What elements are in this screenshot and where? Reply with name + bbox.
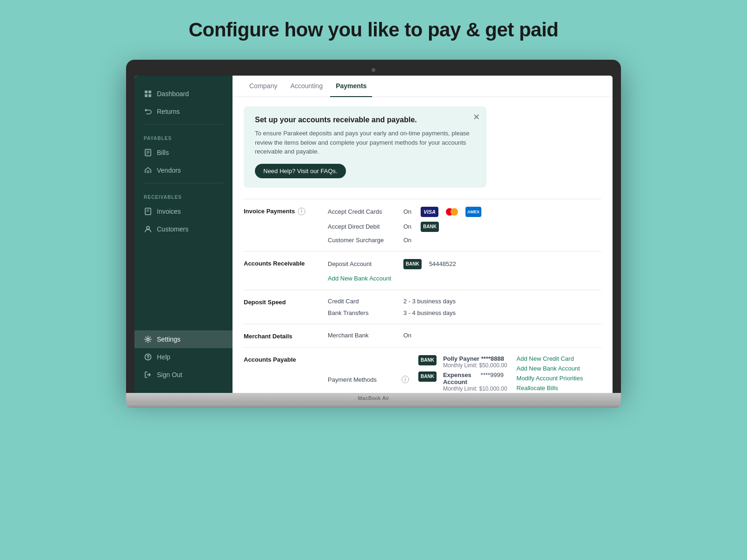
tab-company[interactable]: Company	[244, 76, 283, 97]
laptop-bottom	[126, 403, 621, 408]
svg-point-12	[147, 226, 149, 229]
expenses-name-row: Expenses ****9999	[443, 371, 507, 378]
invoice-payments-section: Invoice Payments i Accept Credit Cards O…	[244, 199, 601, 251]
payment-method-name-0: Polly Payner ****8888	[443, 355, 507, 362]
add-credit-card-link[interactable]: Add New Credit Card	[516, 355, 600, 362]
invoices-icon	[144, 207, 152, 216]
deposit-speed-section: Deposit Speed Credit Card 2 - 3 business…	[244, 290, 601, 324]
credit-card-speed-label: Credit Card	[328, 298, 398, 305]
deposit-speed-label: Deposit Speed	[244, 298, 328, 316]
deposit-account-row: Deposit Account BANK 54448522	[328, 259, 601, 269]
sidebar-bottom: Settings Help	[134, 330, 233, 384]
payment-methods-info-icon[interactable]: i	[402, 376, 409, 383]
accounts-payable-content: Payment Methods i BANK Polly Payner ***	[328, 355, 601, 393]
invoice-payments-info-icon[interactable]: i	[298, 208, 305, 215]
content-area: ✕ Set up your accounts receivable and pa…	[233, 97, 613, 393]
faq-button[interactable]: Need Help? Visit our FAQs.	[255, 164, 346, 178]
payment-method-limit-1: Monthly Limit: $10,000.00	[443, 385, 507, 392]
sidebar-item-dashboard[interactable]: Dashboard	[134, 85, 233, 103]
laptop-base: MacBook Air	[126, 393, 621, 403]
accept-credit-cards-row: Accept Credit Cards On VISA AMEX	[328, 207, 601, 217]
sidebar: Dashboard Returns PAYABLES	[134, 76, 233, 393]
svg-rect-0	[145, 91, 148, 93]
sidebar-label-customers: Customers	[157, 225, 189, 233]
svg-point-15	[148, 358, 148, 359]
close-banner-button[interactable]: ✕	[473, 113, 480, 121]
add-bank-account-link[interactable]: Add New Bank Account	[328, 275, 391, 282]
svg-rect-8	[147, 171, 149, 173]
svg-rect-3	[148, 94, 151, 97]
sidebar-item-customers[interactable]: Customers	[134, 220, 233, 238]
accounts-payable-label: Accounts Payable	[244, 355, 328, 393]
sidebar-item-invoices[interactable]: Invoices	[134, 203, 233, 220]
svg-point-13	[147, 338, 149, 341]
payment-methods-list: BANK Polly Payner ****8888 Monthly Limit…	[418, 355, 507, 393]
sidebar-divider-receivables	[144, 183, 223, 183]
modify-priorities-link[interactable]: Modify Account Priorities	[516, 375, 600, 382]
invoice-payments-content: Accept Credit Cards On VISA AMEX Accept …	[328, 207, 601, 244]
bank-badge-payable-1: BANK	[418, 371, 437, 382]
laptop-wrapper: Dashboard Returns PAYABLES	[126, 60, 621, 408]
bank-badge-debit: BANK	[421, 222, 439, 232]
returns-icon	[144, 107, 152, 116]
payment-method-info-1: Expenses ****9999 Account Monthly Limit:…	[443, 371, 507, 392]
tab-accounting[interactable]: Accounting	[285, 76, 328, 97]
payment-method-row-1: BANK Expenses ****9999 Account	[418, 371, 507, 392]
accept-credit-cards-label: Accept Credit Cards	[328, 208, 398, 215]
vendors-icon	[144, 166, 152, 175]
accept-direct-debit-row: Accept Direct Debit On BANK	[328, 222, 601, 232]
amex-badge: AMEX	[465, 207, 481, 217]
sidebar-divider-payables	[144, 124, 223, 125]
sidebar-item-returns[interactable]: Returns	[134, 103, 233, 120]
reallocate-bills-link[interactable]: Reallocate Bills	[516, 385, 600, 392]
mastercard-badge	[446, 208, 458, 216]
tab-payments[interactable]: Payments	[330, 76, 372, 97]
settings-icon	[144, 335, 152, 343]
accounts-receivable-section: Accounts Receivable Deposit Account BANK…	[244, 251, 601, 290]
add-bank-account-payable-link[interactable]: Add New Bank Account	[516, 365, 600, 372]
sidebar-item-bills[interactable]: Bills	[134, 144, 233, 161]
accept-direct-debit-status: On	[403, 223, 411, 230]
signout-icon	[144, 371, 152, 379]
sidebar-item-help[interactable]: Help	[134, 348, 233, 366]
main-content: Company Accounting Payments ✕ Set up you…	[233, 76, 613, 393]
merchant-bank-label: Merchant Bank	[328, 332, 398, 339]
sidebar-item-settings[interactable]: Settings	[134, 330, 233, 348]
info-banner: ✕ Set up your accounts receivable and pa…	[244, 106, 486, 188]
banner-text: To ensure Parakeet deposits and pays you…	[255, 129, 475, 156]
sidebar-label-help: Help	[157, 353, 170, 361]
payment-method-row-0: BANK Polly Payner ****8888 Monthly Limit…	[418, 355, 507, 369]
payment-method-limit-0: Monthly Limit: $50,000.00	[443, 362, 507, 369]
invoice-payments-label: Invoice Payments i	[244, 207, 328, 244]
svg-rect-1	[148, 91, 151, 93]
customers-icon	[144, 225, 152, 233]
laptop-camera	[372, 68, 375, 72]
bank-badge-receivable: BANK	[403, 259, 422, 269]
payment-method-account-label: Account	[443, 378, 507, 385]
deposit-speed-content: Credit Card 2 - 3 business days Bank Tra…	[328, 298, 601, 316]
sidebar-item-signout[interactable]: Sign Out	[134, 366, 233, 384]
customer-surcharge-row: Customer Surcharge On	[328, 237, 601, 244]
account-number: 54448522	[429, 260, 456, 267]
page-headline: Configure how you like to pay & get paid	[189, 19, 558, 41]
accounts-receivable-content: Deposit Account BANK 54448522 Add New Ba…	[328, 259, 601, 282]
credit-card-speed-value: 2 - 3 business days	[403, 298, 456, 305]
deposit-account-label: Deposit Account	[328, 260, 398, 267]
help-icon	[144, 353, 152, 361]
sidebar-label-returns: Returns	[157, 108, 180, 115]
sidebar-label-settings: Settings	[157, 336, 181, 343]
sidebar-item-vendors[interactable]: Vendors	[134, 161, 233, 179]
visa-badge: VISA	[421, 207, 438, 217]
bank-transfer-speed-value: 3 - 4 business days	[403, 309, 456, 316]
laptop-brand-label: MacBook Air	[358, 395, 389, 401]
sidebar-label-dashboard: Dashboard	[157, 90, 189, 98]
sidebar-section-receivables: RECEIVABLES	[134, 187, 233, 203]
sidebar-label-signout: Sign Out	[157, 371, 182, 378]
accept-credit-cards-status: On	[403, 208, 411, 215]
merchant-bank-status: On	[403, 332, 411, 339]
svg-rect-2	[145, 94, 148, 97]
merchant-details-section: Merchant Details Merchant Bank On	[244, 324, 601, 347]
customer-surcharge-status: On	[403, 237, 411, 244]
payable-main-layout: BANK Polly Payner ****8888 Monthly Limit…	[418, 355, 600, 393]
customer-surcharge-label: Customer Surcharge	[328, 237, 398, 244]
